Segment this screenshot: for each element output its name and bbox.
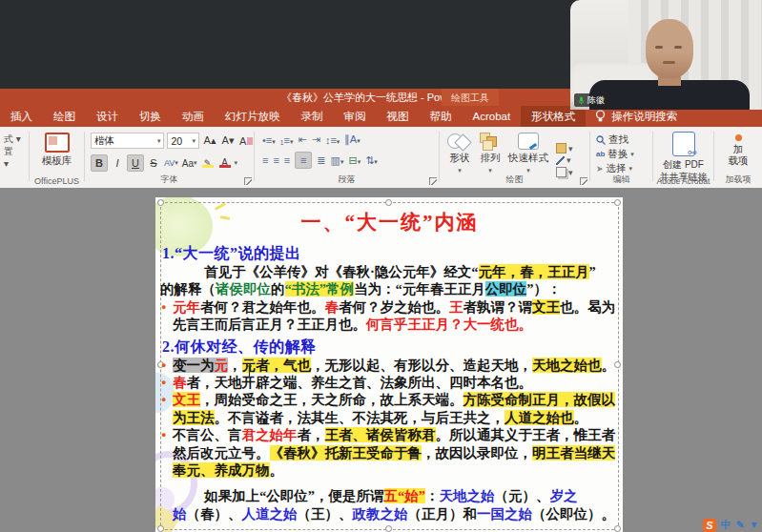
group-label-drawing: 绘图 bbox=[440, 174, 589, 186]
slide-line: 然后改元立号。《春秋》托新王受命于鲁，故因以录即位，明王者当继天 bbox=[160, 444, 619, 461]
slide-line: 为王法。不言谥者，法其生、不法其死，与后王共之，人道之始也。 bbox=[160, 409, 619, 426]
paragraph-dialog-launcher[interactable] bbox=[429, 177, 437, 185]
shape-outline-button[interactable]: ▾ bbox=[556, 155, 573, 165]
menu-tab-动画[interactable]: 动画 bbox=[172, 106, 215, 127]
group-label-acrobat: Adobe Acrobat bbox=[653, 176, 713, 186]
section-button-partial[interactable]: ▾ bbox=[4, 157, 31, 170]
contextual-tab-group-header: 绘图工具 bbox=[442, 89, 499, 106]
selection-handle-bottom-left[interactable] bbox=[157, 525, 164, 532]
menu-tab-幻灯片放映[interactable]: 幻灯片放映 bbox=[215, 106, 291, 127]
sogou-logo-icon[interactable]: S bbox=[703, 519, 716, 532]
slide-text[interactable]: 一、“大一统”内涵1.“大一统”说的提出首见于《公羊传》对《春秋·隐公元年》经文… bbox=[160, 205, 619, 522]
highlight-color-swatch bbox=[202, 165, 214, 168]
slide-line: 奉元、养成万物。 bbox=[160, 461, 619, 479]
font-name-combobox[interactable]: 楷体▾ bbox=[91, 133, 164, 149]
addin-dot-icon bbox=[735, 134, 742, 141]
ribbon-group-paragraph: •≡▾ ₁≡▾ ⇤ ⇥ ↕≡▾ ∥A▾ ≡ ≡ ≡ ≡ ≣ ▥▾ ⊟▾ ⇅▾ 段… bbox=[255, 127, 439, 188]
group-label-paragraph: 段落 bbox=[255, 174, 439, 186]
menu-tab-设计[interactable]: 设计 bbox=[86, 106, 129, 127]
drawing-dialog-launcher[interactable] bbox=[580, 177, 587, 185]
increase-indent-button[interactable]: ⇥ bbox=[312, 133, 320, 146]
line-spacing-button[interactable]: ↕≡▾ bbox=[325, 134, 340, 146]
menu-tab-录制[interactable]: 录制 bbox=[291, 106, 334, 127]
bullets-button[interactable]: •≡▾ bbox=[262, 134, 276, 146]
arrange-icon bbox=[480, 133, 501, 150]
columns-button[interactable]: ▥▾ bbox=[330, 154, 343, 167]
menu-tab-帮助[interactable]: 帮助 bbox=[420, 106, 463, 127]
font-color-swatch bbox=[219, 165, 231, 168]
distribute-button[interactable]: ≣ bbox=[317, 154, 325, 167]
layout-button-partial[interactable]: 式 ▾ bbox=[4, 133, 31, 145]
slide-line: 一、“大一统”内涵 bbox=[160, 205, 619, 243]
slide-line: 1.“大一统”说的提出 bbox=[160, 243, 619, 263]
ribbon-group-font: 楷体▾ 20▾ A▴ A▾ A B I U S AV▾ Aa▾ ✎ A ▾ bbox=[85, 127, 254, 188]
menu-tabs: 插入绘图设计切换动画幻灯片放映录制审阅视图帮助Acrobat形状格式 bbox=[0, 106, 586, 127]
grow-font-button[interactable]: A▴ bbox=[202, 133, 217, 149]
menu-tab-切换[interactable]: 切换 bbox=[129, 106, 172, 127]
align-right-button[interactable]: ≡ bbox=[284, 154, 290, 166]
menu-tab-插入[interactable]: 插入 bbox=[0, 106, 43, 127]
shrink-font-button[interactable]: A▾ bbox=[220, 133, 236, 149]
addins-button[interactable]: 加 载项 bbox=[714, 127, 762, 168]
group-label-officeplus: OfficePLUS bbox=[30, 176, 84, 186]
change-case-button[interactable]: Aa▾ bbox=[181, 155, 198, 171]
participant-name-tag: 陈徽 bbox=[574, 93, 610, 107]
eraser-icon bbox=[247, 137, 253, 145]
strikethrough-button[interactable]: S bbox=[146, 155, 161, 171]
bullet-marker: ● bbox=[161, 374, 166, 391]
lightbulb-icon bbox=[595, 110, 606, 123]
ime-item[interactable]: ▼ bbox=[749, 519, 758, 532]
pdf-link-icon bbox=[672, 132, 695, 156]
create-pdf-button[interactable]: 创建 PDF 并共享链接 bbox=[653, 127, 713, 184]
font-dialog-launcher[interactable] bbox=[244, 177, 252, 185]
align-left-button[interactable]: ≡ bbox=[262, 154, 268, 166]
menu-tab-审阅[interactable]: 审阅 bbox=[334, 106, 377, 127]
replace-button[interactable]: ab 替换▾ bbox=[596, 147, 652, 161]
ime-item[interactable]: 中 bbox=[721, 519, 731, 532]
decrease-indent-button[interactable]: ⇤ bbox=[298, 133, 306, 146]
slide-line: ●元年者何？君之始年也。春者何？岁之始也。王者孰谓？谓文王也。曷为 bbox=[160, 298, 619, 316]
ribbon-group-drawing: 形状▾ 排列▾ 快速样式▾ ▾ ▾ ▾ 绘图 bbox=[440, 127, 589, 188]
search-hint-label: 操作说明搜索 bbox=[611, 110, 677, 124]
slide-canvas[interactable]: 一、“大一统”内涵1.“大一统”说的提出首见于《公羊传》对《春秋·隐公元年》经文… bbox=[155, 197, 623, 532]
bullet-marker: ● bbox=[161, 298, 166, 316]
pencil-outline-icon bbox=[556, 156, 565, 165]
text-direction-button[interactable]: ∥A▾ bbox=[344, 133, 360, 146]
selection-handle-bottom-center[interactable] bbox=[385, 525, 392, 532]
template-library-button[interactable]: 模板库 bbox=[30, 127, 84, 168]
italic-button[interactable]: I bbox=[110, 155, 125, 171]
character-spacing-button[interactable]: AV▾ bbox=[163, 155, 179, 171]
bullet-marker: ● bbox=[161, 426, 166, 443]
selection-handle-bottom-right[interactable] bbox=[614, 525, 621, 532]
align-center-button[interactable]: ≡ bbox=[273, 154, 278, 166]
underline-button[interactable]: U bbox=[127, 154, 144, 172]
ime-item[interactable]: ✎ bbox=[736, 519, 745, 532]
menu-tab-绘图[interactable]: 绘图 bbox=[43, 106, 86, 127]
bold-button[interactable]: B bbox=[91, 154, 108, 172]
text-highlight-color-button[interactable]: ✎ bbox=[200, 155, 216, 171]
find-button[interactable]: 查找 bbox=[596, 133, 652, 147]
reset-button-partial[interactable]: 置 bbox=[4, 145, 31, 157]
font-size-combobox[interactable]: 20▾ bbox=[167, 133, 199, 149]
cursor-arrow-icon: ➤ bbox=[596, 164, 604, 174]
magnifier-icon bbox=[596, 135, 606, 145]
justify-button[interactable]: ≡ bbox=[295, 152, 312, 169]
slide-line: ●变一为元，元者，气也，无形以起、有形以分、造起天地，天地之始也。 bbox=[160, 357, 619, 374]
menu-tab-视图[interactable]: 视图 bbox=[377, 106, 420, 127]
webcam-thumbnail[interactable]: 陈徽 bbox=[570, 0, 762, 110]
chevron-down-icon: ▾ bbox=[192, 137, 196, 145]
ribbon-group-officeplus: 模板库 OfficePLUS bbox=[30, 127, 84, 188]
align-text-button[interactable]: ⇅▾ bbox=[365, 154, 378, 167]
font-color-button[interactable]: A bbox=[217, 155, 233, 171]
menu-tab-Acrobat[interactable]: Acrobat bbox=[463, 106, 522, 127]
group-label-editing: 编辑 bbox=[590, 174, 652, 186]
numbering-button[interactable]: ₁≡▾ bbox=[280, 134, 294, 146]
chevron-down-icon[interactable]: ▾ bbox=[235, 159, 238, 167]
ime-toolbar[interactable]: S 中✎▼▭ bbox=[703, 519, 762, 532]
slide-line: ●不言公、言君之始年者，王者、诸侯皆称君。所以通其义于王者，惟王者 bbox=[160, 426, 619, 443]
shape-fill-button[interactable]: ▾ bbox=[556, 143, 573, 153]
clear-formatting-button[interactable]: A bbox=[238, 133, 254, 149]
bullet-marker: ● bbox=[161, 391, 166, 408]
convert-to-smartart-button[interactable]: ⊟▾ bbox=[348, 154, 360, 167]
shapes-icon bbox=[447, 133, 472, 150]
